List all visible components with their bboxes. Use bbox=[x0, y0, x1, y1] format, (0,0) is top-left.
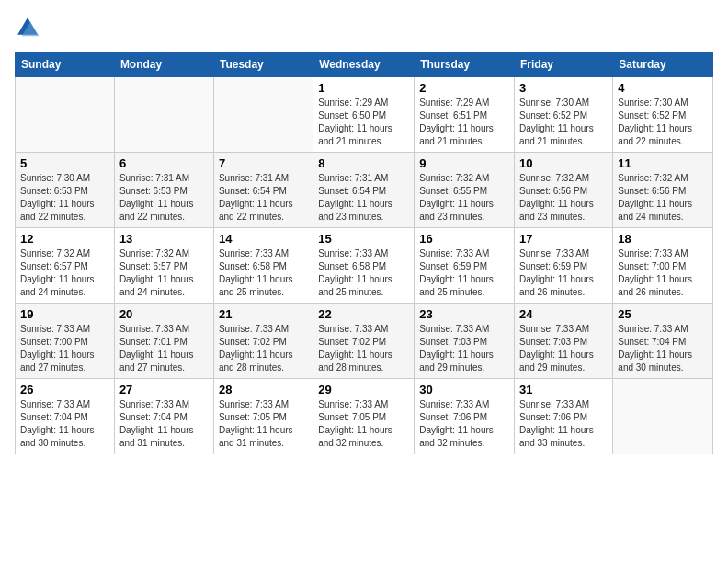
day-info: Sunrise: 7:32 AM Sunset: 6:56 PM Dayligh… bbox=[519, 172, 608, 224]
calendar-cell: 9Sunrise: 7:32 AM Sunset: 6:55 PM Daylig… bbox=[415, 153, 515, 228]
day-number: 4 bbox=[618, 81, 708, 95]
day-info: Sunrise: 7:30 AM Sunset: 6:52 PM Dayligh… bbox=[519, 97, 608, 148]
calendar-cell: 5Sunrise: 7:30 AM Sunset: 6:53 PM Daylig… bbox=[16, 153, 115, 228]
calendar-cell: 26Sunrise: 7:33 AM Sunset: 7:04 PM Dayli… bbox=[16, 379, 115, 454]
calendar-cell: 19Sunrise: 7:33 AM Sunset: 7:00 PM Dayli… bbox=[16, 304, 115, 379]
day-number: 17 bbox=[519, 232, 608, 246]
day-number: 3 bbox=[519, 81, 608, 95]
weekday-header-monday: Monday bbox=[114, 52, 213, 77]
day-info: Sunrise: 7:33 AM Sunset: 7:00 PM Dayligh… bbox=[618, 247, 708, 299]
day-number: 25 bbox=[618, 307, 708, 321]
day-number: 9 bbox=[419, 156, 509, 170]
calendar-cell: 27Sunrise: 7:33 AM Sunset: 7:04 PM Dayli… bbox=[114, 379, 213, 454]
weekday-header-tuesday: Tuesday bbox=[213, 52, 313, 77]
day-info: Sunrise: 7:33 AM Sunset: 7:04 PM Dayligh… bbox=[20, 398, 109, 450]
calendar-cell: 18Sunrise: 7:33 AM Sunset: 7:00 PM Dayli… bbox=[613, 228, 713, 304]
day-number: 12 bbox=[20, 232, 109, 246]
calendar-week-row: 26Sunrise: 7:33 AM Sunset: 7:04 PM Dayli… bbox=[16, 379, 713, 454]
day-info: Sunrise: 7:32 AM Sunset: 6:57 PM Dayligh… bbox=[20, 247, 109, 299]
day-number: 14 bbox=[219, 232, 308, 246]
day-number: 7 bbox=[219, 156, 308, 170]
day-info: Sunrise: 7:33 AM Sunset: 6:59 PM Dayligh… bbox=[419, 247, 509, 299]
day-number: 5 bbox=[20, 156, 109, 170]
calendar-table: SundayMondayTuesdayWednesdayThursdayFrid… bbox=[15, 52, 713, 454]
calendar-cell bbox=[16, 77, 115, 153]
day-number: 18 bbox=[618, 232, 708, 246]
day-number: 30 bbox=[419, 383, 509, 396]
calendar-cell: 11Sunrise: 7:32 AM Sunset: 6:56 PM Dayli… bbox=[613, 153, 713, 228]
calendar-cell: 21Sunrise: 7:33 AM Sunset: 7:02 PM Dayli… bbox=[213, 304, 313, 379]
calendar-cell: 23Sunrise: 7:33 AM Sunset: 7:03 PM Dayli… bbox=[415, 304, 515, 379]
calendar-cell: 28Sunrise: 7:33 AM Sunset: 7:05 PM Dayli… bbox=[213, 379, 313, 454]
page-header bbox=[15, 15, 713, 40]
calendar-cell: 20Sunrise: 7:33 AM Sunset: 7:01 PM Dayli… bbox=[114, 304, 213, 379]
calendar-cell: 8Sunrise: 7:31 AM Sunset: 6:54 PM Daylig… bbox=[313, 153, 415, 228]
day-number: 24 bbox=[519, 307, 608, 321]
calendar-cell: 16Sunrise: 7:33 AM Sunset: 6:59 PM Dayli… bbox=[415, 228, 515, 304]
day-info: Sunrise: 7:31 AM Sunset: 6:54 PM Dayligh… bbox=[318, 172, 409, 224]
calendar-cell: 17Sunrise: 7:33 AM Sunset: 6:59 PM Dayli… bbox=[515, 228, 613, 304]
day-info: Sunrise: 7:30 AM Sunset: 6:52 PM Dayligh… bbox=[618, 97, 708, 148]
day-info: Sunrise: 7:32 AM Sunset: 6:55 PM Dayligh… bbox=[419, 172, 509, 224]
calendar-cell bbox=[114, 77, 213, 153]
calendar-cell: 2Sunrise: 7:29 AM Sunset: 6:51 PM Daylig… bbox=[415, 77, 515, 153]
day-info: Sunrise: 7:33 AM Sunset: 7:05 PM Dayligh… bbox=[318, 398, 409, 450]
weekday-header-row: SundayMondayTuesdayWednesdayThursdayFrid… bbox=[16, 52, 713, 77]
calendar-cell: 1Sunrise: 7:29 AM Sunset: 6:50 PM Daylig… bbox=[313, 77, 415, 153]
day-info: Sunrise: 7:33 AM Sunset: 7:06 PM Dayligh… bbox=[419, 398, 509, 450]
day-info: Sunrise: 7:29 AM Sunset: 6:50 PM Dayligh… bbox=[318, 97, 409, 148]
calendar-week-row: 1Sunrise: 7:29 AM Sunset: 6:50 PM Daylig… bbox=[16, 77, 713, 153]
calendar-cell: 13Sunrise: 7:32 AM Sunset: 6:57 PM Dayli… bbox=[114, 228, 213, 304]
day-info: Sunrise: 7:33 AM Sunset: 7:02 PM Dayligh… bbox=[219, 323, 308, 374]
day-number: 10 bbox=[519, 156, 608, 170]
calendar-cell: 7Sunrise: 7:31 AM Sunset: 6:54 PM Daylig… bbox=[213, 153, 313, 228]
day-number: 1 bbox=[318, 81, 409, 95]
weekday-header-thursday: Thursday bbox=[415, 52, 515, 77]
calendar-cell: 12Sunrise: 7:32 AM Sunset: 6:57 PM Dayli… bbox=[16, 228, 115, 304]
day-number: 8 bbox=[318, 156, 409, 170]
day-number: 31 bbox=[519, 383, 608, 396]
day-info: Sunrise: 7:29 AM Sunset: 6:51 PM Dayligh… bbox=[419, 97, 509, 148]
calendar-cell: 22Sunrise: 7:33 AM Sunset: 7:02 PM Dayli… bbox=[313, 304, 415, 379]
day-info: Sunrise: 7:33 AM Sunset: 7:00 PM Dayligh… bbox=[20, 323, 109, 374]
day-info: Sunrise: 7:33 AM Sunset: 7:06 PM Dayligh… bbox=[519, 398, 608, 450]
day-number: 19 bbox=[20, 307, 109, 321]
day-number: 16 bbox=[419, 232, 509, 246]
day-number: 2 bbox=[419, 81, 509, 95]
day-number: 11 bbox=[618, 156, 708, 170]
day-info: Sunrise: 7:33 AM Sunset: 7:04 PM Dayligh… bbox=[119, 398, 209, 450]
day-number: 21 bbox=[219, 307, 308, 321]
day-info: Sunrise: 7:33 AM Sunset: 7:04 PM Dayligh… bbox=[618, 323, 708, 374]
calendar-week-row: 12Sunrise: 7:32 AM Sunset: 6:57 PM Dayli… bbox=[16, 228, 713, 304]
day-number: 28 bbox=[219, 383, 308, 396]
day-number: 6 bbox=[119, 156, 209, 170]
weekday-header-saturday: Saturday bbox=[613, 52, 713, 77]
calendar-cell: 15Sunrise: 7:33 AM Sunset: 6:58 PM Dayli… bbox=[313, 228, 415, 304]
calendar-cell bbox=[613, 379, 713, 454]
day-number: 29 bbox=[318, 383, 409, 396]
calendar-cell: 29Sunrise: 7:33 AM Sunset: 7:05 PM Dayli… bbox=[313, 379, 415, 454]
day-number: 13 bbox=[119, 232, 209, 246]
calendar-cell: 4Sunrise: 7:30 AM Sunset: 6:52 PM Daylig… bbox=[613, 77, 713, 153]
calendar-cell: 30Sunrise: 7:33 AM Sunset: 7:06 PM Dayli… bbox=[415, 379, 515, 454]
calendar-week-row: 5Sunrise: 7:30 AM Sunset: 6:53 PM Daylig… bbox=[16, 153, 713, 228]
calendar-week-row: 19Sunrise: 7:33 AM Sunset: 7:00 PM Dayli… bbox=[16, 304, 713, 379]
weekday-header-wednesday: Wednesday bbox=[313, 52, 415, 77]
calendar-cell: 10Sunrise: 7:32 AM Sunset: 6:56 PM Dayli… bbox=[515, 153, 613, 228]
calendar-cell: 24Sunrise: 7:33 AM Sunset: 7:03 PM Dayli… bbox=[515, 304, 613, 379]
day-info: Sunrise: 7:33 AM Sunset: 6:58 PM Dayligh… bbox=[318, 247, 409, 299]
day-info: Sunrise: 7:33 AM Sunset: 6:59 PM Dayligh… bbox=[519, 247, 608, 299]
day-number: 27 bbox=[119, 383, 209, 396]
weekday-header-sunday: Sunday bbox=[16, 52, 115, 77]
calendar-cell: 31Sunrise: 7:33 AM Sunset: 7:06 PM Dayli… bbox=[515, 379, 613, 454]
day-info: Sunrise: 7:33 AM Sunset: 7:02 PM Dayligh… bbox=[318, 323, 409, 374]
day-info: Sunrise: 7:33 AM Sunset: 7:01 PM Dayligh… bbox=[119, 323, 209, 374]
logo bbox=[15, 15, 44, 40]
calendar-cell: 6Sunrise: 7:31 AM Sunset: 6:53 PM Daylig… bbox=[114, 153, 213, 228]
day-number: 22 bbox=[318, 307, 409, 321]
day-info: Sunrise: 7:30 AM Sunset: 6:53 PM Dayligh… bbox=[20, 172, 109, 224]
logo-icon bbox=[15, 15, 40, 40]
day-info: Sunrise: 7:32 AM Sunset: 6:56 PM Dayligh… bbox=[618, 172, 708, 224]
day-info: Sunrise: 7:33 AM Sunset: 7:03 PM Dayligh… bbox=[419, 323, 509, 374]
calendar-cell bbox=[213, 77, 313, 153]
